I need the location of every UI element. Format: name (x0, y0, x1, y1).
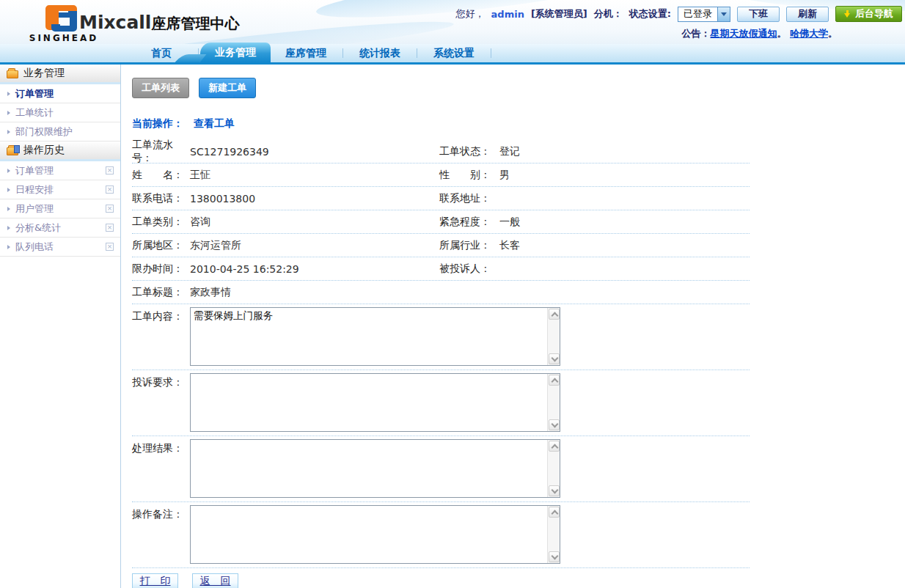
close-icon[interactable] (106, 243, 114, 251)
ticket-list-button[interactable]: 工单列表 (132, 78, 189, 98)
scroll-down-icon[interactable] (549, 419, 560, 430)
field-label-complaint-request: 投诉要求： (132, 373, 190, 432)
arrow-right-icon (7, 226, 10, 230)
off-duty-button[interactable]: 下班 (737, 7, 780, 22)
print-button[interactable]: 打 印 (132, 573, 178, 588)
sidebar-history-queue-calls[interactable]: 队列电话 (0, 238, 120, 257)
sidebar-item-label: 队列电话 (15, 240, 54, 254)
arrow-right-icon (7, 188, 10, 192)
field-label-name: 姓 名： (132, 169, 190, 182)
announcement-link-1[interactable]: 星期天放假通知 (710, 28, 777, 39)
field-label-address: 联系地址： (439, 192, 499, 205)
sidebar-item-label: 工单统计 (15, 106, 54, 120)
sidebar-history-user-mgmt[interactable]: 用户管理 (0, 199, 120, 218)
scroll-up-icon[interactable] (549, 507, 560, 518)
announcement-link-2[interactable]: 哈佛大学 (790, 28, 828, 39)
field-label-complained-person: 被投诉人： (439, 262, 499, 276)
scrollbar[interactable] (547, 308, 560, 365)
form-row: 所属地区： 东河运管所 所属行业： 长客 (132, 234, 750, 257)
username: admin (491, 9, 524, 20)
punct: 。 (828, 28, 838, 39)
app-title-suffix: 座席管理中心 (151, 15, 239, 32)
app-title-main: Mixcall (79, 12, 151, 33)
tab-business-mgmt[interactable]: 业务管理 (200, 43, 271, 62)
breadcrumb: 当前操作： 查看工单 (132, 117, 905, 131)
close-icon[interactable] (106, 166, 114, 174)
operation-remark-textarea[interactable] (191, 506, 560, 563)
close-icon[interactable] (106, 205, 114, 213)
sidebar-group-history: 操作历史 (0, 142, 120, 161)
textarea-row-content: 工单内容： 需要保姆上门服务 (132, 304, 750, 370)
chevron-down-icon[interactable] (717, 7, 730, 21)
process-result-textarea[interactable] (191, 440, 560, 497)
toolbar: 工单列表 新建工单 (132, 78, 905, 98)
field-value-category: 咨询 (190, 216, 439, 229)
arrow-right-icon (7, 92, 10, 96)
sidebar-item-order-mgmt[interactable]: 订单管理 (0, 84, 120, 103)
field-label-title: 工单标题： (132, 286, 190, 299)
sidebar-history-schedule[interactable]: 日程安排 (0, 180, 120, 199)
textarea-row-result: 处理结果： (132, 436, 750, 502)
scroll-down-icon[interactable] (549, 353, 560, 364)
field-value-phone: 1380013800 (190, 193, 439, 205)
scroll-down-icon[interactable] (549, 485, 560, 496)
arrow-right-icon (7, 207, 10, 211)
sidebar-history-analysis-stats[interactable]: 分析&统计 (0, 218, 120, 238)
content-textarea-wrap: 需要保姆上门服务 (190, 307, 560, 366)
scrollbar[interactable] (547, 506, 560, 563)
arrow-right-icon (7, 130, 10, 134)
field-label-operation-remark: 操作备注： (132, 505, 190, 564)
backstage-nav-button[interactable]: 后台导航 (835, 6, 902, 22)
tab-report-stats[interactable]: 统计报表 (345, 44, 415, 62)
status-select[interactable]: 已登录 (678, 7, 730, 22)
field-label-phone: 联系电话： (132, 192, 190, 205)
sidebar-item-dept-permission[interactable]: 部门权限维护 (0, 122, 120, 142)
scroll-up-icon[interactable] (549, 309, 560, 320)
refresh-button[interactable]: 刷新 (786, 7, 829, 22)
field-value-region: 东河运管所 (190, 239, 439, 252)
field-value-urgency: 一般 (499, 216, 750, 229)
sidebar-group-title: 业务管理 (23, 67, 65, 80)
form-row: 工单流水号： SC1271926349 工单状态： 登记 (132, 140, 750, 163)
status-setting-label: 状态设置: (629, 7, 671, 21)
scrollbar[interactable] (547, 374, 560, 431)
field-label-category: 工单类别： (132, 216, 190, 229)
field-label-gender: 性 别： (439, 169, 499, 182)
field-label-urgency: 紧急程度： (439, 216, 499, 229)
nav-separator (342, 48, 343, 58)
arrow-right-icon (7, 111, 10, 115)
back-button[interactable]: 返 回 (192, 573, 238, 588)
greeting-row: 您好， admin [系统管理员] 分机： 状态设置: 已登录 下班 刷新 后台… (456, 6, 902, 22)
current-operation-value: 查看工单 (194, 117, 235, 131)
sidebar-item-ticket-stats[interactable]: 工单统计 (0, 103, 120, 122)
field-value-status: 登记 (499, 145, 750, 158)
sidebar-item-label: 订单管理 (15, 87, 54, 100)
user-role: [系统管理员] (531, 7, 587, 21)
sidebar: 业务管理 订单管理 工单统计 部门权限维护 操作历史 订单管理 日程安排 (0, 65, 121, 588)
result-textarea-wrap (190, 439, 560, 498)
field-label-serial: 工单流水号： (132, 139, 190, 165)
close-icon[interactable] (106, 224, 114, 232)
scroll-up-icon[interactable] (549, 375, 560, 386)
sidebar-history-order-mgmt[interactable]: 订单管理 (0, 161, 120, 180)
complaint-request-textarea[interactable] (191, 374, 560, 431)
scroll-up-icon[interactable] (549, 441, 560, 452)
scroll-down-icon[interactable] (549, 551, 560, 562)
announcement-row: 公告：星期天放假通知。 哈佛大学。 (456, 27, 838, 40)
field-value-gender: 男 (499, 169, 750, 182)
new-ticket-button[interactable]: 新建工单 (199, 78, 256, 98)
field-label-content: 工单内容： (132, 307, 190, 366)
field-label-process-result: 处理结果： (132, 439, 190, 498)
nav-separator (417, 48, 417, 58)
remark-textarea-wrap (190, 505, 560, 564)
punct: 。 (777, 28, 786, 39)
field-label-status: 工单状态： (439, 145, 499, 158)
field-value-deadline: 2010-04-25 16:52:29 (190, 263, 439, 275)
nav-separator (491, 48, 491, 58)
tab-agent-mgmt[interactable]: 座席管理 (271, 44, 341, 62)
close-icon[interactable] (106, 185, 114, 194)
tab-system-settings[interactable]: 系统设置 (419, 44, 489, 62)
ticket-content-textarea[interactable]: 需要保姆上门服务 (191, 308, 560, 365)
scrollbar[interactable] (547, 440, 560, 497)
form-row: 联系电话： 1380013800 联系地址： (132, 187, 750, 210)
